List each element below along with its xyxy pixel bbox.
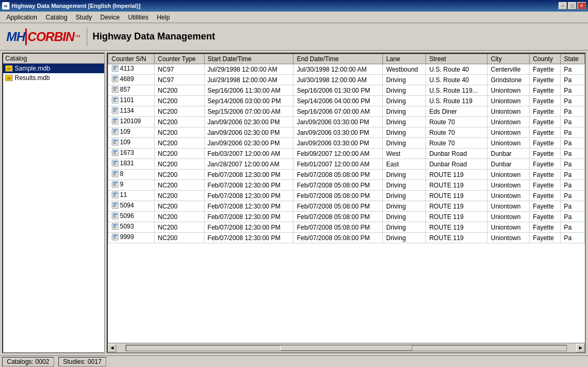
cell-type: NC200 <box>155 106 205 117</box>
cell-end: Jan/09/2006 03:30:00 PM <box>293 138 383 148</box>
table-row[interactable]: 5094NC200Feb/07/2008 12:30:00 PMFeb/07/2… <box>108 201 585 212</box>
table-row[interactable]: 1101NC200Sep/14/2006 03:00:00 PMSep/14/2… <box>108 96 585 106</box>
cell-lane: Driving <box>383 201 426 212</box>
cell-lane: East <box>383 159 426 170</box>
table-row[interactable]: 11NC200Feb/07/2008 12:30:00 PMFeb/07/200… <box>108 191 585 201</box>
table-row[interactable]: 1673NC200Feb/03/2007 12:00:00 AMFeb/09/2… <box>108 148 585 159</box>
window-title: Highway Data Management [English (Imperi… <box>12 3 140 9</box>
col-city[interactable]: City <box>488 54 530 64</box>
cell-street: Eds Diner <box>426 106 488 117</box>
table-row[interactable]: 1831NC200Jan/28/2007 12:00:00 AMFeb/01/2… <box>108 159 585 170</box>
svg-rect-21 <box>113 119 117 120</box>
cell-type: NC200 <box>155 117 205 127</box>
cell-start: Jan/09/2006 02:30:00 PM <box>204 138 293 148</box>
scroll-left-button[interactable]: ◀ <box>108 344 116 352</box>
cell-sn: 8 <box>108 170 155 180</box>
cell-city: Uniontown <box>488 138 530 148</box>
table-row[interactable]: 9999NC200Feb/07/2008 12:30:00 PMFeb/07/2… <box>108 233 585 243</box>
svg-rect-65 <box>113 235 117 236</box>
cell-city: Uniontown <box>488 222 530 233</box>
table-row[interactable]: 5096NC200Feb/07/2008 12:30:00 PMFeb/07/2… <box>108 212 585 222</box>
svg-rect-42 <box>113 173 116 174</box>
col-end[interactable]: End Date/Time <box>293 54 383 64</box>
cell-start: Jul/29/1998 12:00:00 AM <box>204 64 293 75</box>
cell-start: Feb/07/2008 12:30:00 PM <box>204 191 293 201</box>
table-row[interactable]: 4113NC97Jul/29/1998 12:00:00 AMJul/30/19… <box>108 64 585 75</box>
catalog-file-icon-2: db <box>5 75 13 81</box>
menu-utilities[interactable]: Utilities <box>124 13 153 22</box>
cell-type: NC97 <box>155 64 205 75</box>
table-row[interactable]: 4689NC97Jul/29/1998 12:00:00 AMJul/30/19… <box>108 75 585 85</box>
catalog-item-results[interactable]: db Results.mdb <box>3 73 104 83</box>
scroll-right-button[interactable]: ▶ <box>576 344 585 352</box>
col-sn[interactable]: Counter S/N <box>108 54 155 64</box>
cell-lane: Driving <box>383 180 426 191</box>
menu-catalog[interactable]: Catalog <box>42 13 72 22</box>
cell-street: Dunbar Road <box>426 148 488 159</box>
cell-city: Uniontown <box>488 180 530 191</box>
cell-county: Fayette <box>530 233 561 243</box>
cell-lane: West <box>383 148 426 159</box>
cell-start: Feb/03/2007 12:00:00 AM <box>204 148 293 159</box>
data-panel: Counter S/N Counter Type Start Date/Time… <box>107 53 586 353</box>
cell-city: Centerville <box>488 64 530 75</box>
col-state[interactable]: State <box>561 54 585 64</box>
table-row[interactable]: 857NC200Sep/16/2006 11:30:00 AMSep/16/20… <box>108 85 585 96</box>
cell-city: Dunbar <box>488 159 530 170</box>
status-studies: Studies: 0017 <box>58 357 106 366</box>
cell-city: Uniontown <box>488 96 530 106</box>
cell-end: Sep/14/2006 04:00:00 PM <box>293 96 383 106</box>
menu-study[interactable]: Study <box>72 13 96 22</box>
table-container[interactable]: Counter S/N Counter Type Start Date/Time… <box>108 54 585 343</box>
close-button[interactable]: ✕ <box>577 2 586 9</box>
col-street[interactable]: Street <box>426 54 488 64</box>
catalog-item-sample[interactable]: db Sample.mdb <box>3 64 104 73</box>
menu-application[interactable]: Application <box>2 13 42 22</box>
svg-rect-34 <box>113 152 116 153</box>
svg-rect-9 <box>113 87 117 88</box>
svg-rect-51 <box>113 196 116 197</box>
counter-icon <box>111 223 119 230</box>
catalog-item-label-2: Results.mdb <box>15 74 50 82</box>
menu-help[interactable]: Help <box>153 13 174 22</box>
svg-rect-35 <box>113 154 116 155</box>
cell-state: Pa <box>561 106 585 117</box>
counter-icon <box>111 160 119 167</box>
table-row[interactable]: 120109NC200Jan/09/2006 02:30:00 PMJan/09… <box>108 117 585 127</box>
svg-rect-53 <box>113 203 117 204</box>
title-bar: H Highway Data Management [English (Impe… <box>0 0 588 12</box>
cell-county: Fayette <box>530 222 561 233</box>
table-row[interactable]: 109NC200Jan/09/2006 02:30:00 PMJan/09/20… <box>108 127 585 138</box>
cell-sn: 5096 <box>108 212 155 222</box>
table-row[interactable]: 1134NC200Sep/15/2006 07:00:00 AMSep/16/2… <box>108 106 585 117</box>
cell-state: Pa <box>561 222 585 233</box>
cell-county: Fayette <box>530 64 561 75</box>
menu-device[interactable]: Device <box>96 13 124 22</box>
cell-street: ROUTE 119 <box>426 212 488 222</box>
cell-sn: 120109 <box>108 117 155 127</box>
cell-city: Dunbar <box>488 148 530 159</box>
table-row[interactable]: 9NC200Feb/07/2008 12:30:00 PMFeb/07/2008… <box>108 180 585 191</box>
col-county[interactable]: County <box>530 54 561 64</box>
col-type[interactable]: Counter Type <box>155 54 205 64</box>
table-row[interactable]: 109NC200Jan/09/2006 02:30:00 PMJan/09/20… <box>108 138 585 148</box>
cell-state: Pa <box>561 96 585 106</box>
cell-end: Feb/07/2008 05:08:00 PM <box>293 201 383 212</box>
minimize-button[interactable]: – <box>559 2 567 9</box>
counter-icon <box>111 233 119 241</box>
cell-type: NC200 <box>155 222 205 233</box>
cell-county: Fayette <box>530 96 561 106</box>
cell-lane: Westbound <box>383 64 426 75</box>
h-scrollbar-thumb[interactable] <box>280 345 412 351</box>
cell-street: U.S. Route 40 <box>426 75 488 85</box>
h-scrollbar[interactable] <box>126 345 567 351</box>
col-start[interactable]: Start Date/Time <box>204 54 293 64</box>
cell-sn: 4689 <box>108 75 155 85</box>
cell-street: ROUTE 119 <box>426 180 488 191</box>
svg-rect-46 <box>113 184 116 185</box>
col-lane[interactable]: Lane <box>383 54 426 64</box>
svg-rect-41 <box>113 172 117 173</box>
table-row[interactable]: 5093NC200Feb/07/2008 12:30:00 PMFeb/07/2… <box>108 222 585 233</box>
maximize-button[interactable]: □ <box>568 2 576 9</box>
table-row[interactable]: 8NC200Feb/07/2008 12:30:00 PMFeb/07/2008… <box>108 170 585 180</box>
